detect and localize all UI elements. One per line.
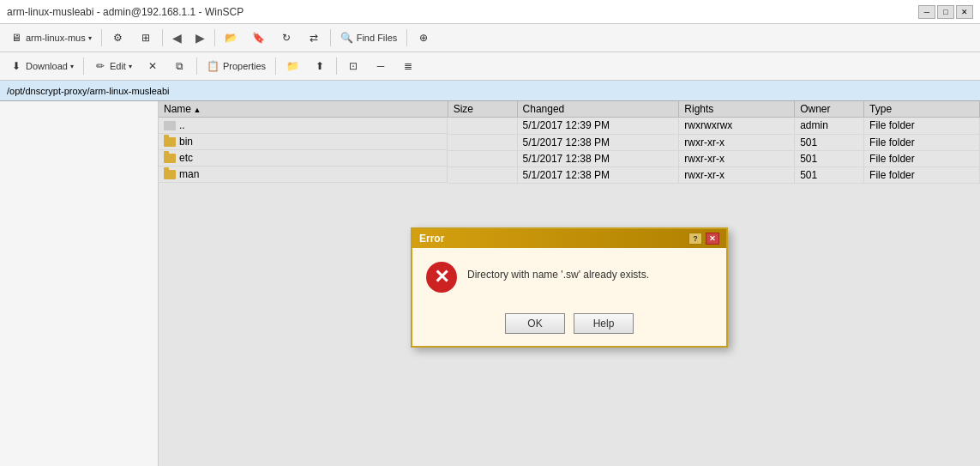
settings-icon: ⚙ <box>111 31 125 45</box>
toggle-icon: ⊡ <box>346 59 360 73</box>
filter2-icon: ≣ <box>401 59 415 73</box>
separator1 <box>101 29 102 46</box>
separator9 <box>336 57 337 75</box>
separator4 <box>330 29 331 46</box>
separator6 <box>83 57 84 75</box>
collapse-icon: ─ <box>374 59 388 73</box>
delete-icon: ✕ <box>146 59 159 73</box>
refresh-icon: ↻ <box>280 31 293 45</box>
session-icon: 🖥 <box>9 31 23 45</box>
title-text: arm-linux-musleabi - admin@192.168.1.1 -… <box>7 6 243 18</box>
bookmark-btn[interactable]: 🔖 <box>246 28 272 47</box>
filter-icon: ⊞ <box>139 31 153 45</box>
right-panel: Name Size Changed Rights Owner Type ..5/… <box>159 101 980 466</box>
session-dropdown[interactable]: 🖥 arm-linux-mus <box>3 28 98 47</box>
properties-btn[interactable]: 📋 Properties <box>201 57 272 76</box>
extra-icon: ⊕ <box>417 31 430 45</box>
bookmark-icon: 🔖 <box>252 31 266 45</box>
new-folder-btn[interactable]: 📁 <box>280 57 305 76</box>
new-folder-icon: 📁 <box>286 59 299 73</box>
toolbar-row2: ⬇ Download ▾ ✏ Edit ▾ ✕ ⧉ 📋 Properties 📁… <box>0 52 980 81</box>
dialog-help-title-btn[interactable]: ? <box>688 233 702 245</box>
edit-btn[interactable]: ✏ Edit ▾ <box>87 57 138 76</box>
separator8 <box>275 57 276 75</box>
find-icon: 🔍 <box>340 31 354 45</box>
filter2-btn[interactable]: ≣ <box>395 57 421 76</box>
properties-icon: 📋 <box>207 59 220 73</box>
toggle-btn[interactable]: ⊡ <box>340 57 366 76</box>
copy-btn[interactable]: ⧉ <box>167 57 193 76</box>
nav-forward-btn[interactable]: ▶ <box>189 28 211 47</box>
left-panel <box>0 101 159 466</box>
modal-overlay: Error ? ✕ ✕ Directory with name '.sw' al… <box>159 101 980 466</box>
sync-btn[interactable]: ⇄ <box>301 28 327 47</box>
separator5 <box>406 29 407 46</box>
separator7 <box>196 57 197 75</box>
open-dir-btn[interactable]: 📂 <box>219 28 244 47</box>
delete-btn[interactable]: ✕ <box>140 57 165 76</box>
dialog-title-controls: ? ✕ <box>688 233 719 245</box>
sync-icon: ⇄ <box>307 31 321 45</box>
dialog-body: ✕ Directory with name '.sw' already exis… <box>412 248 726 306</box>
edit-icon: ✏ <box>93 59 107 73</box>
address-path: /opt/dnscrypt-proxy/arm-linux-musleabi <box>7 86 170 96</box>
dialog-message: Directory with name '.sw' already exists… <box>467 262 649 282</box>
open-dir-icon: 📂 <box>225 31 238 45</box>
forward-icon: ▶ <box>195 31 205 45</box>
maximize-button[interactable]: □ <box>937 5 954 19</box>
title-bar: arm-linux-musleabi - admin@192.168.1.1 -… <box>0 0 980 24</box>
dialog-title-bar: Error ? ✕ <box>412 229 726 248</box>
download-icon: ⬇ <box>9 59 23 73</box>
address-bar: /opt/dnscrypt-proxy/arm-linux-musleabi <box>0 81 980 101</box>
toolbar-filter-btn[interactable]: ⊞ <box>133 28 159 47</box>
help-button[interactable]: Help <box>574 313 634 334</box>
download-btn[interactable]: ⬇ Download ▾ <box>3 57 80 76</box>
close-button[interactable]: ✕ <box>956 5 973 19</box>
separator2 <box>162 29 163 46</box>
back-icon: ◀ <box>172 31 182 45</box>
dialog-close-title-btn[interactable]: ✕ <box>706 233 719 245</box>
dialog-title: Error <box>419 233 444 245</box>
upload-icon: ⬆ <box>313 59 327 73</box>
toolbar-row1: 🖥 arm-linux-mus ⚙ ⊞ ◀ ▶ 📂 🔖 ↻ ⇄ <box>0 24 980 52</box>
ok-button[interactable]: OK <box>505 313 565 334</box>
collapse-btn[interactable]: ─ <box>368 57 394 76</box>
find-files-btn[interactable]: 🔍 Find Files <box>334 28 404 47</box>
copy-icon: ⧉ <box>173 59 187 73</box>
refresh-btn[interactable]: ↻ <box>274 28 299 47</box>
error-dialog: Error ? ✕ ✕ Directory with name '.sw' al… <box>411 227 728 348</box>
main-layout: Name Size Changed Rights Owner Type ..5/… <box>0 101 980 466</box>
nav-back-btn[interactable]: ◀ <box>166 28 188 47</box>
error-icon: ✕ <box>426 262 457 293</box>
dialog-buttons: OK Help <box>412 306 726 346</box>
toolbar-settings-btn[interactable]: ⚙ <box>105 28 131 47</box>
minimize-button[interactable]: ─ <box>918 5 935 19</box>
window-controls: ─ □ ✕ <box>918 5 973 19</box>
separator3 <box>214 29 215 46</box>
upload-btn[interactable]: ⬆ <box>307 57 333 76</box>
extra-btn[interactable]: ⊕ <box>411 28 436 47</box>
